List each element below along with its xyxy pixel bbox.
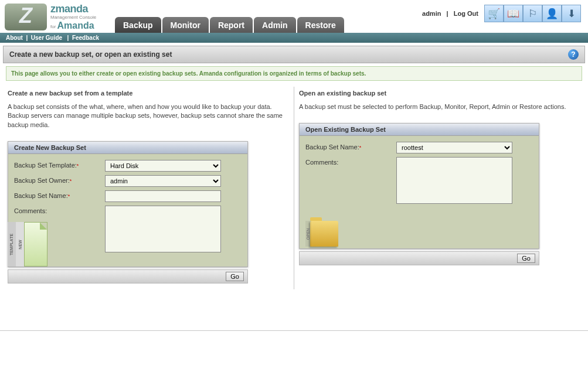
flag-icon[interactable]: ⚐ <box>523 5 542 22</box>
create-desc: A backup set consists of the what, where… <box>8 102 285 129</box>
logout-link[interactable]: Log Out <box>454 10 478 17</box>
template-select[interactable]: Hard Disk <box>105 160 221 172</box>
open-panel-body: Backup Set Name:* roottest Comments: OPE… <box>300 136 539 248</box>
help-icon[interactable]: ? <box>568 49 579 60</box>
open-panel-head: Open Existing Backup Set <box>300 124 539 136</box>
cart-icon[interactable]: 🛒 <box>484 5 504 22</box>
person-icon[interactable]: 👤 <box>542 5 562 22</box>
create-heading: Create a new backup set from a template <box>8 90 285 97</box>
footer-divider <box>0 330 588 335</box>
book-icon[interactable]: 📖 <box>504 5 523 22</box>
brand-sub: Management Console <box>50 15 96 20</box>
info-bar: This page allows you to either create or… <box>6 66 582 81</box>
name-input[interactable] <box>105 190 221 202</box>
row-open-name: Backup Set Name:* roottest <box>305 142 533 153</box>
user-links: admin | Log Out <box>422 10 478 17</box>
user-link[interactable]: admin <box>422 10 441 17</box>
icon-row: 🛒 📖 ⚐ 👤 ⬇ <box>484 5 581 22</box>
lbl-open-comments: Comments: <box>305 157 396 166</box>
lbl-comments: Comments: <box>14 206 105 214</box>
feedback-link[interactable]: Feedback <box>72 35 99 41</box>
tab-backup[interactable]: Backup <box>115 17 161 33</box>
logo-mark-icon <box>5 4 47 30</box>
lbl-open-name: Backup Set Name:* <box>305 142 396 151</box>
page-title-bar: Create a new backup set, or open an exis… <box>3 46 585 63</box>
open-panel: Open Existing Backup Set Backup Set Name… <box>299 123 539 249</box>
guide-link[interactable]: User Guide <box>31 35 62 41</box>
open-go-button[interactable]: Go <box>517 254 535 263</box>
owner-select[interactable]: admin <box>105 175 221 187</box>
create-panel: Create New Backup Set Backup Set Templat… <box>8 141 248 267</box>
open-desc: A backup set must be selected to perform… <box>299 102 576 111</box>
main-tabs: Backup Monitor Report Admin Restore <box>115 17 345 33</box>
page-title: Create a new backup set, or open an exis… <box>9 50 172 59</box>
lbl-owner: Backup Set Owner:* <box>14 175 105 184</box>
tab-report[interactable]: Report <box>210 17 253 33</box>
lbl-name: Backup Set Name:* <box>14 190 105 199</box>
col-create: Create a new backup set from a template … <box>3 87 294 289</box>
lbl-template: Backup Set Template:* <box>14 160 105 169</box>
create-go-bar: Go <box>8 269 248 283</box>
download-icon[interactable]: ⬇ <box>562 5 581 22</box>
sub-links-bar: About | User Guide | Feedback <box>0 33 588 43</box>
row-comments: Comments: <box>14 206 242 252</box>
row-open-comments: Comments: <box>305 157 533 204</box>
logo: zmanda Management Console for Amanda <box>5 4 96 30</box>
row-template: Backup Set Template:* Hard Disk <box>14 160 242 172</box>
open-name-select[interactable]: roottest <box>396 142 512 153</box>
logo-text: zmanda Management Console for Amanda <box>50 4 96 30</box>
open-heading: Open an existing backup set <box>299 90 576 97</box>
open-go-bar: Go <box>299 251 539 265</box>
create-panel-head: Create New Backup Set <box>8 142 247 154</box>
tab-admin[interactable]: Admin <box>254 17 296 33</box>
tab-monitor[interactable]: Monitor <box>162 17 209 33</box>
row-owner: Backup Set Owner:* admin <box>14 175 242 187</box>
row-name: Backup Set Name:* <box>14 190 242 202</box>
tab-restore[interactable]: Restore <box>297 17 344 33</box>
template-badge-icon: TEMPLATE NEW <box>8 222 47 266</box>
folder-badge-icon: OPEN <box>305 211 339 248</box>
brand-amanda: Amanda <box>57 20 94 30</box>
brand-name: zmanda <box>50 4 96 15</box>
comments-input[interactable] <box>105 206 221 252</box>
col-open: Open an existing backup set A backup set… <box>294 87 585 289</box>
header-right: admin | Log Out 🛒 📖 ⚐ 👤 ⬇ <box>422 5 581 22</box>
open-comments-input[interactable] <box>396 157 512 204</box>
create-panel-body: Backup Set Template:* Hard Disk Backup S… <box>8 154 247 266</box>
header: zmanda Management Console for Amanda Bac… <box>0 0 588 33</box>
about-link[interactable]: About <box>6 35 23 41</box>
create-go-button[interactable]: Go <box>226 272 244 281</box>
content-columns: Create a new backup set from a template … <box>0 87 588 301</box>
